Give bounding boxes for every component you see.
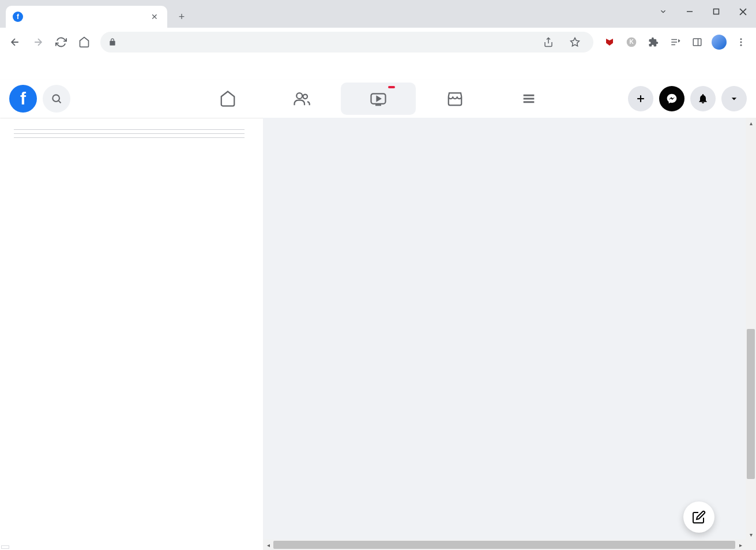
status-bar <box>1 545 9 549</box>
edit-fab[interactable] <box>683 502 714 533</box>
lock-icon <box>108 38 116 46</box>
horizontal-scrollbar[interactable]: ◂ ▸ <box>263 540 746 550</box>
address-bar[interactable] <box>100 32 593 53</box>
browser-right-buttons: K <box>599 32 751 53</box>
svg-point-14 <box>296 93 302 99</box>
svg-point-15 <box>303 95 307 99</box>
facebook-header: f <box>0 80 756 118</box>
svg-text:K: K <box>629 39 634 45</box>
notifications-button[interactable] <box>690 86 716 111</box>
maximize-icon[interactable] <box>703 0 729 23</box>
chevron-down-icon[interactable] <box>650 0 676 23</box>
browser-titlebar: f ✕ + <box>0 0 756 28</box>
home-button[interactable] <box>74 32 95 53</box>
close-window-icon[interactable] <box>729 0 756 23</box>
svg-line-13 <box>59 101 61 103</box>
extensions-icon[interactable] <box>643 32 664 53</box>
svg-marker-17 <box>377 96 380 101</box>
nav-friends[interactable] <box>267 83 336 115</box>
nav-home[interactable] <box>193 83 262 115</box>
chrome-menu-icon[interactable] <box>731 32 751 53</box>
settings-sidebar <box>0 118 263 550</box>
back-button[interactable] <box>5 32 25 53</box>
account-button[interactable] <box>721 86 747 111</box>
svg-point-12 <box>52 95 59 102</box>
bookmark-icon[interactable] <box>565 32 585 53</box>
nav-marketplace[interactable] <box>420 83 490 115</box>
create-button[interactable] <box>628 86 653 111</box>
side-panel-icon[interactable] <box>687 32 708 53</box>
media-control-icon[interactable] <box>665 32 686 53</box>
share-icon[interactable] <box>538 32 559 53</box>
extension-k-icon[interactable]: K <box>621 32 642 53</box>
profile-avatar[interactable] <box>709 32 729 53</box>
nav-menu[interactable] <box>494 83 563 115</box>
svg-point-10 <box>740 42 742 43</box>
svg-point-9 <box>740 38 742 40</box>
vertical-scrollbar[interactable]: ▴ ▾ <box>746 118 756 550</box>
browser-tab[interactable]: f ✕ <box>6 6 167 28</box>
nav-watch[interactable] <box>341 83 416 115</box>
search-button[interactable] <box>43 85 70 113</box>
svg-point-11 <box>740 44 742 46</box>
main-panel <box>263 118 756 550</box>
watch-badge <box>388 86 395 88</box>
reload-button[interactable] <box>51 32 72 53</box>
new-tab-button[interactable]: + <box>173 8 190 25</box>
minimize-icon[interactable] <box>676 0 703 23</box>
svg-marker-4 <box>571 38 580 46</box>
browser-toolbar: K <box>0 28 756 57</box>
window-controls <box>650 0 756 23</box>
svg-rect-1 <box>714 9 719 14</box>
close-tab-icon[interactable]: ✕ <box>149 11 160 23</box>
facebook-favicon: f <box>13 12 23 22</box>
messenger-button[interactable] <box>659 86 684 111</box>
facebook-logo[interactable]: f <box>9 85 37 113</box>
browser-chrome: f ✕ + K <box>0 0 756 80</box>
mcafee-icon[interactable] <box>599 32 620 53</box>
svg-rect-7 <box>693 39 701 46</box>
forward-button[interactable] <box>28 32 48 53</box>
